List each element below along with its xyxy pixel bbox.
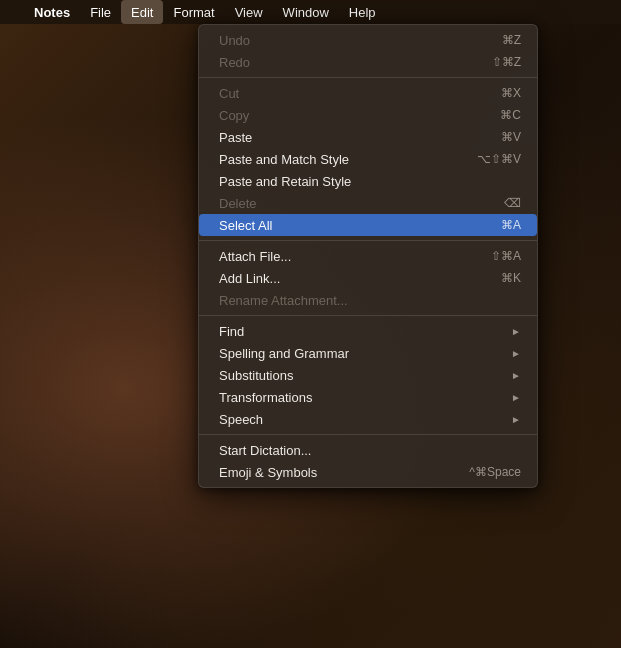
menu-item-select-all[interactable]: Select All ⌘A <box>199 214 537 236</box>
menu-item-spelling-grammar[interactable]: Spelling and Grammar ► <box>199 342 537 364</box>
separator-3 <box>199 315 537 316</box>
menu-item-find[interactable]: Find ► <box>199 320 537 342</box>
menu-item-attach-file[interactable]: Attach File... ⇧⌘A <box>199 245 537 267</box>
menu-item-substitutions[interactable]: Substitutions ► <box>199 364 537 386</box>
menu-item-copy[interactable]: Copy ⌘C <box>199 104 537 126</box>
menu-item-undo[interactable]: Undo ⌘Z <box>199 29 537 51</box>
menu-item-paste[interactable]: Paste ⌘V <box>199 126 537 148</box>
edit-menu: Undo ⌘Z Redo ⇧⌘Z Cut ⌘X Copy ⌘C Paste ⌘V… <box>198 24 538 488</box>
menu-item-paste-retain[interactable]: Paste and Retain Style <box>199 170 537 192</box>
separator-1 <box>199 77 537 78</box>
menubar-item-help[interactable]: Help <box>339 0 386 24</box>
menu-item-redo[interactable]: Redo ⇧⌘Z <box>199 51 537 73</box>
separator-2 <box>199 240 537 241</box>
menu-item-add-link[interactable]: Add Link... ⌘K <box>199 267 537 289</box>
menu-item-start-dictation[interactable]: Start Dictation... <box>199 439 537 461</box>
menu-item-delete[interactable]: Delete ⌫ <box>199 192 537 214</box>
menubar-item-window[interactable]: Window <box>273 0 339 24</box>
menubar: Notes File Edit Format View Window Help <box>0 0 621 24</box>
menubar-item-notes[interactable]: Notes <box>24 0 80 24</box>
menubar-item-apple[interactable] <box>8 0 24 24</box>
menu-item-rename-attachment[interactable]: Rename Attachment... <box>199 289 537 311</box>
menubar-item-edit[interactable]: Edit <box>121 0 163 24</box>
menu-item-transformations[interactable]: Transformations ► <box>199 386 537 408</box>
menubar-item-file[interactable]: File <box>80 0 121 24</box>
menubar-item-view[interactable]: View <box>225 0 273 24</box>
menu-item-paste-match[interactable]: Paste and Match Style ⌥⇧⌘V <box>199 148 537 170</box>
menu-item-speech[interactable]: Speech ► <box>199 408 537 430</box>
menu-item-cut[interactable]: Cut ⌘X <box>199 82 537 104</box>
separator-4 <box>199 434 537 435</box>
menubar-item-format[interactable]: Format <box>163 0 224 24</box>
menu-item-emoji-symbols[interactable]: Emoji & Symbols ^⌘Space <box>199 461 537 483</box>
